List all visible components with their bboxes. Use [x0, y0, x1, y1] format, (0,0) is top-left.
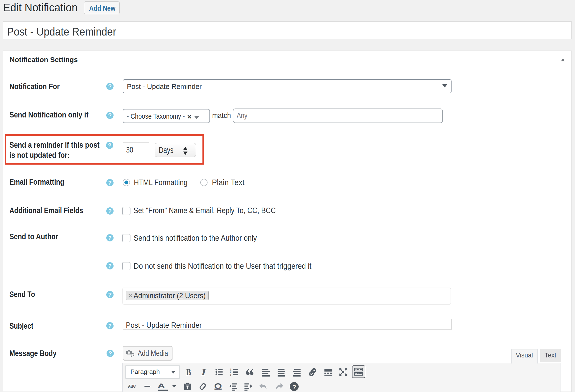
- svg-text:1: 1: [230, 368, 231, 371]
- svg-text:2: 2: [230, 371, 231, 373]
- svg-text:3: 3: [230, 373, 231, 376]
